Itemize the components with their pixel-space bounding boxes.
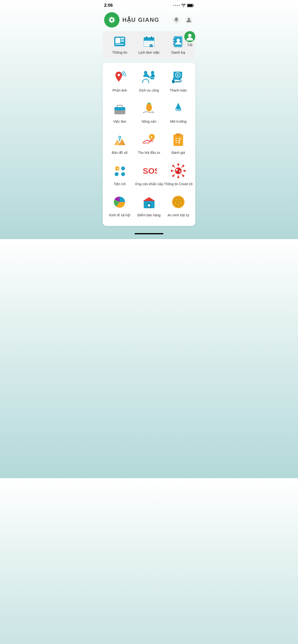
ung-cuu-khan-cap-label: Ứng cứu khẩn cấp (135, 182, 163, 186)
svg-rect-31 (151, 36, 152, 39)
sos-icon: SOS (140, 163, 158, 180)
thu-hut-dau-tu-label: Thu hút đầu tư (138, 150, 160, 155)
svg-point-67 (119, 136, 120, 138)
grid-thanh-toan[interactable]: $ Thanh toán (164, 69, 193, 92)
svg-rect-39 (151, 44, 152, 45)
chart-icon (111, 194, 128, 210)
svg-rect-44 (173, 39, 175, 40)
battery-icon (187, 4, 194, 7)
nong-san-label: Nông sản (141, 119, 156, 124)
wifi-icon (181, 4, 186, 7)
svg-rect-34 (149, 42, 151, 43)
grid-danh-gia[interactable]: Đánh giá (164, 131, 193, 155)
grid-viec-lam[interactable]: Việc làm (105, 100, 134, 124)
svg-rect-46 (173, 44, 175, 44)
grid-dich-vu-cong[interactable]: Dịch vụ công (134, 69, 164, 92)
svg-point-49 (151, 71, 154, 74)
danh-ba-label: Danh bạ (171, 50, 185, 54)
svg-rect-37 (147, 43, 148, 44)
moi-truong-label: Môi trường (170, 119, 187, 124)
grid-an-ninh-trat-tu[interactable]: ★ An ninh trật tự (164, 194, 193, 217)
svg-text:+: + (117, 166, 119, 170)
thong-tin-covid-label: Thông tin Covid-19 (164, 182, 192, 186)
bottom-bar (99, 231, 199, 239)
svg-rect-70 (174, 134, 183, 146)
handshake-icon (140, 69, 158, 86)
menu-lich-lam-viec[interactable]: Lịch làm việc (134, 36, 164, 54)
grid-row-3: Bản đồ số $ Thu hút đầu tư (103, 128, 195, 158)
svg-point-90 (178, 164, 179, 165)
grid-moi-truong[interactable]: Môi trường (164, 100, 193, 124)
status-bar: 2:06 (99, 0, 199, 10)
svg-point-63 (176, 109, 178, 110)
svg-rect-1 (188, 4, 192, 6)
svg-point-64 (179, 111, 181, 112)
svg-point-83 (121, 166, 125, 170)
grid-tien-ich[interactable]: + Tiện ích (105, 163, 134, 186)
svg-point-62 (143, 112, 144, 113)
danh-gia-label: Đánh giá (172, 150, 185, 155)
svg-text:SOS: SOS (143, 166, 157, 176)
grid-row-2: Việc làm (103, 96, 195, 128)
grid-ban-do-so[interactable]: Bản đồ số (105, 131, 134, 155)
svg-point-9 (109, 19, 111, 20)
news-icon (113, 36, 126, 48)
svg-point-105 (176, 169, 178, 171)
environment-icon (170, 100, 187, 117)
kinh-te-xa-hoi-label: Kinh tế xã hội (109, 213, 130, 217)
header: HẬU GIANG (99, 10, 199, 31)
svg-rect-13 (176, 18, 177, 18)
grid-phan-anh[interactable]: Phản ánh (105, 69, 134, 92)
briefcase-icon (111, 100, 128, 117)
an-ninh-trat-tu-label: An ninh trật tự (168, 213, 189, 217)
svg-point-3 (111, 17, 112, 19)
utilities-icon: + (111, 163, 128, 180)
grid-ung-cuu-khan-cap[interactable]: SOS Ứng cứu khẩn cấp (134, 163, 164, 186)
status-time: 2:06 (104, 3, 113, 8)
menu-thong-tin[interactable]: Thông tin (105, 36, 134, 54)
svg-rect-45 (173, 41, 175, 42)
investment-icon: $ (140, 131, 158, 148)
svg-point-7 (111, 21, 112, 23)
tot-badge[interactable]: Tốt (184, 31, 195, 47)
svg-text:$: $ (151, 135, 153, 139)
svg-rect-33 (147, 42, 148, 43)
tien-ich-label: Tiện ích (114, 182, 126, 186)
notification-button[interactable] (171, 15, 181, 25)
grid-kinh-te-xa-hoi[interactable]: Kinh tế xã hội (105, 194, 134, 217)
svg-point-100 (183, 165, 184, 166)
svg-point-98 (173, 165, 174, 166)
svg-point-43 (177, 38, 180, 42)
svg-rect-21 (121, 38, 124, 39)
svg-rect-22 (121, 40, 124, 40)
lich-lam-viec-label: Lịch làm việc (138, 50, 160, 54)
ban-do-so-label: Bản đồ số (112, 150, 128, 155)
header-action-icons (171, 15, 194, 25)
svg-rect-24 (115, 44, 124, 44)
svg-point-109 (148, 204, 150, 206)
grid-nong-san[interactable]: Nông sản (134, 100, 164, 124)
svg-point-102 (173, 175, 174, 176)
svg-rect-29 (144, 38, 154, 41)
grid-diem-ban-hang[interactable]: Điểm bán hàng (134, 194, 164, 217)
svg-point-94 (171, 170, 173, 172)
grid-thu-hut-dau-tu[interactable]: $ Thu hút đầu tư (134, 131, 164, 155)
svg-text:★: ★ (177, 201, 179, 204)
svg-point-92 (178, 176, 179, 178)
svg-point-17 (188, 34, 192, 37)
store-icon (140, 194, 158, 210)
svg-rect-36 (145, 43, 146, 44)
svg-point-85 (121, 172, 125, 176)
svg-point-47 (117, 74, 120, 76)
grid-row-5: Kinh tế xã hội Điểm bán hàng (103, 190, 195, 221)
profile-button[interactable] (184, 15, 194, 25)
payment-icon: $ (170, 69, 187, 86)
security-icon: ★ (170, 194, 187, 210)
phan-anh-label: Phản ánh (112, 88, 127, 92)
svg-point-84 (115, 172, 118, 176)
svg-text:$: $ (177, 74, 179, 77)
svg-rect-23 (121, 41, 124, 42)
calendar-icon (143, 36, 155, 48)
grid-thong-tin-covid[interactable]: Thông tin Covid-19 (164, 163, 193, 186)
viec-lam-label: Việc làm (113, 119, 126, 124)
